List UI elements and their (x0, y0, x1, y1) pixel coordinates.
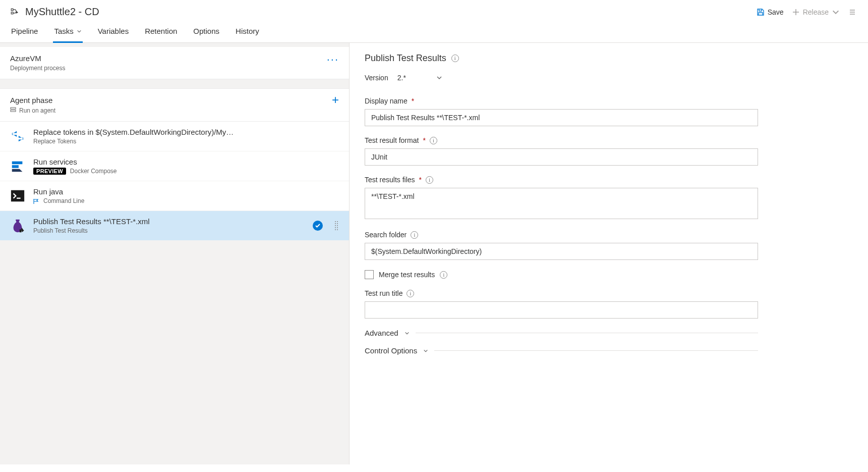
phase-sub-label: Run on agent (19, 107, 55, 114)
tab-tasks[interactable]: Tasks (53, 22, 82, 43)
tab-options-label: Options (193, 27, 219, 35)
task-sub: Replace Tokens (33, 138, 339, 145)
view-options-button[interactable] (848, 8, 856, 16)
section-advanced[interactable]: Advanced (365, 329, 758, 337)
task-title: Publish Test Results **\TEST-*.xml (33, 217, 305, 226)
info-icon[interactable]: i (440, 271, 447, 279)
field-run-title: Test run title i (365, 289, 758, 319)
phase-row[interactable]: Agent phase Run on agent + (0, 88, 349, 122)
save-button[interactable]: Save (757, 8, 784, 16)
field-label: Display name * (365, 97, 758, 105)
phase-name: Agent phase (10, 96, 55, 104)
chevron-down-icon (832, 8, 840, 16)
plus-icon (792, 8, 800, 16)
info-icon[interactable]: i (407, 290, 414, 297)
info-icon[interactable]: i (426, 176, 433, 184)
environment-row[interactable]: AzureVM Deployment process ··· (0, 47, 349, 79)
flag-icon (33, 198, 39, 203)
tab-history-label: History (236, 27, 259, 35)
tab-variables[interactable]: Variables (97, 22, 130, 43)
task-title: Run services (33, 158, 339, 166)
task-sub: PREVIEW Docker Compose (33, 168, 339, 175)
field-label: Test run title i (365, 289, 758, 297)
field-display-name: Display name * (365, 97, 758, 126)
task-title: Replace tokens in $(System.DefaultWorkin… (33, 128, 339, 136)
field-test-files: Test results files * i (365, 176, 758, 221)
label-text: Test result format (365, 136, 419, 144)
task-row-run-services[interactable]: Run services PREVIEW Docker Compose (0, 151, 349, 181)
label-text: Search folder (365, 231, 407, 239)
check-icon (315, 223, 321, 229)
form-heading: Publish Test Results (365, 53, 446, 64)
docker-compose-icon (10, 159, 25, 174)
field-search-folder: Search folder i (365, 231, 758, 260)
tab-retention[interactable]: Retention (144, 22, 178, 43)
list-icon (848, 8, 856, 16)
tab-variables-label: Variables (98, 27, 129, 35)
add-task-button[interactable]: + (332, 96, 339, 104)
task-row-replace-tokens[interactable]: Replace tokens in $(System.DefaultWorkin… (0, 122, 349, 151)
environment-sub: Deployment process (10, 65, 65, 72)
task-sub: Command Line (33, 197, 339, 204)
task-row-run-java[interactable]: Run java Command Line (0, 181, 349, 211)
label-text: Test run title (365, 289, 402, 297)
replace-tokens-icon (10, 129, 25, 144)
task-enabled-indicator[interactable] (313, 221, 323, 231)
tab-history[interactable]: History (235, 22, 260, 43)
svg-rect-9 (16, 220, 20, 221)
version-row: Version 2.* (365, 72, 758, 84)
tabs-bar: Pipeline Tasks Variables Retention Optio… (0, 22, 868, 43)
save-label: Save (768, 8, 784, 16)
phase-sub: Run on agent (10, 107, 55, 114)
save-icon (757, 8, 765, 16)
chevron-down-icon (436, 75, 442, 81)
environment-more-button[interactable]: ··· (327, 54, 339, 62)
search-folder-input[interactable] (365, 243, 758, 260)
svg-rect-7 (11, 190, 24, 202)
section-control-options[interactable]: Control Options (365, 346, 758, 355)
display-name-input[interactable] (365, 109, 758, 126)
info-icon[interactable]: i (451, 55, 459, 62)
environment-text: AzureVM Deployment process (10, 54, 65, 72)
required-asterisk: * (423, 136, 425, 144)
task-row-publish-results[interactable]: Publish Test Results **\TEST-*.xml Publi… (0, 211, 349, 241)
info-icon[interactable]: i (430, 137, 437, 144)
section-divider (416, 333, 758, 333)
header-bar: MyShuttle2 - CD Save Release (0, 0, 868, 22)
tab-pipeline[interactable]: Pipeline (10, 22, 39, 43)
merge-checkbox[interactable] (365, 270, 374, 279)
version-label: Version (365, 74, 388, 82)
page-title: MyShuttle2 - CD (25, 6, 99, 18)
agent-icon (10, 107, 16, 114)
task-form-panel: Publish Test Results i Version 2.* Displ… (350, 43, 868, 464)
chevron-down-icon (423, 348, 428, 353)
drag-handle[interactable] (334, 221, 339, 230)
svg-rect-4 (12, 162, 23, 165)
test-files-input[interactable] (365, 188, 758, 219)
form-heading-row: Publish Test Results i (365, 53, 758, 64)
chevron-down-icon (77, 29, 82, 34)
svg-marker-6 (12, 169, 23, 172)
field-label: Test results files * i (365, 176, 758, 184)
info-icon[interactable]: i (411, 231, 418, 239)
release-button[interactable]: Release (792, 8, 840, 16)
pipeline-icon (10, 8, 19, 17)
tab-options[interactable]: Options (192, 22, 220, 43)
phase-text: Agent phase Run on agent (10, 96, 55, 114)
version-select[interactable]: 2.* (394, 72, 445, 84)
run-title-input[interactable] (365, 301, 758, 319)
task-list: Replace tokens in $(System.DefaultWorkin… (0, 122, 349, 241)
section-label: Control Options (365, 346, 417, 355)
test-format-input[interactable] (365, 148, 758, 166)
svg-rect-1 (11, 12, 13, 14)
svg-rect-2 (11, 108, 16, 109)
label-text: Display name (365, 97, 408, 105)
tab-pipeline-label: Pipeline (11, 27, 38, 35)
svg-rect-5 (12, 165, 19, 168)
version-value: 2.* (397, 74, 406, 82)
header-left: MyShuttle2 - CD (10, 6, 99, 18)
merge-label: Merge test results (379, 271, 435, 279)
field-label: Test result format * i (365, 136, 758, 144)
task-text: Run java Command Line (33, 187, 339, 204)
tab-tasks-label: Tasks (54, 27, 73, 35)
